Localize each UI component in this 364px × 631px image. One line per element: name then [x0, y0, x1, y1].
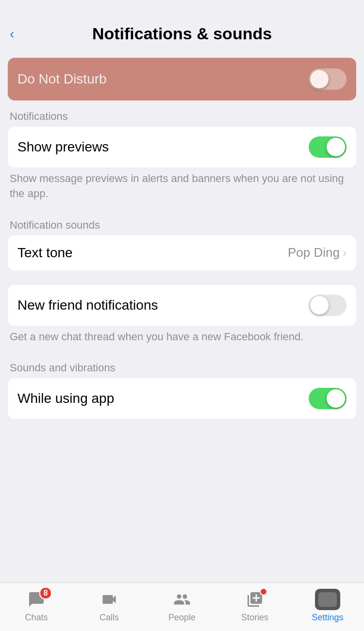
show-previews-row: Show previews	[8, 127, 356, 167]
sounds-vibrations-section-label: Sounds and vibrations	[0, 352, 364, 378]
tab-chats-label: Chats	[25, 613, 48, 623]
tab-settings[interactable]: Settings	[298, 589, 357, 623]
show-previews-card: Show previews	[8, 127, 356, 167]
tab-chats[interactable]: 8 Chats	[7, 589, 66, 623]
calls-icon-wrap	[97, 589, 122, 610]
show-previews-description: Show message previews in alerts and bann…	[0, 167, 364, 209]
new-friend-card: New friend notifications	[8, 285, 356, 326]
new-friend-knob	[310, 296, 329, 315]
notifications-section-label: Notifications	[0, 100, 364, 127]
new-friend-label: New friend notifications	[17, 298, 158, 313]
while-using-row: While using app	[8, 378, 356, 419]
tab-bar: 8 Chats Calls People Stories	[0, 582, 364, 631]
dnd-section: Do Not Disturb	[8, 58, 356, 100]
text-tone-value-wrap: Pop Ding ›	[288, 245, 347, 260]
chats-badge: 8	[39, 587, 52, 599]
dnd-card: Do Not Disturb	[8, 58, 356, 100]
show-previews-toggle[interactable]	[309, 136, 347, 158]
text-tone-row[interactable]: Text tone Pop Ding ›	[8, 235, 356, 270]
header: ‹ Notifications & sounds	[0, 0, 364, 48]
while-using-label: While using app	[17, 391, 114, 406]
back-button[interactable]: ‹	[10, 26, 14, 42]
tab-settings-label: Settings	[312, 613, 343, 623]
while-using-knob	[327, 389, 345, 408]
notification-sounds-section-label: Notification sounds	[0, 209, 364, 235]
page-title: Notifications & sounds	[92, 24, 272, 43]
calls-icon	[100, 591, 118, 608]
settings-box-inner	[318, 592, 337, 607]
tab-people[interactable]: People	[153, 589, 211, 623]
tab-stories-label: Stories	[241, 613, 268, 623]
new-friend-toggle[interactable]	[309, 295, 347, 316]
stories-icon-wrap	[242, 589, 267, 610]
dnd-label: Do Not Disturb	[17, 71, 107, 87]
tab-calls[interactable]: Calls	[80, 589, 138, 623]
text-tone-value: Pop Ding	[288, 245, 340, 260]
text-tone-card: Text tone Pop Ding ›	[8, 235, 356, 270]
settings-icon-wrap	[315, 589, 340, 610]
show-previews-knob	[327, 138, 345, 156]
new-friend-description: Get a new chat thread when you have a ne…	[0, 326, 364, 352]
settings-box-icon	[315, 589, 340, 610]
people-icon	[173, 591, 191, 608]
text-tone-label: Text tone	[17, 245, 73, 261]
stories-dot-badge	[260, 588, 267, 596]
chevron-right-icon: ›	[343, 246, 347, 260]
tab-people-label: People	[168, 613, 196, 623]
while-using-card: While using app	[8, 378, 356, 419]
show-previews-label: Show previews	[17, 139, 109, 155]
people-icon-wrap	[169, 589, 195, 610]
chats-icon-wrap: 8	[24, 589, 49, 610]
while-using-toggle[interactable]	[309, 388, 347, 409]
tab-calls-label: Calls	[99, 613, 119, 623]
tab-stories[interactable]: Stories	[226, 589, 284, 623]
dnd-toggle[interactable]	[309, 68, 347, 90]
dnd-toggle-knob	[310, 70, 329, 88]
new-friend-row: New friend notifications	[8, 285, 356, 326]
